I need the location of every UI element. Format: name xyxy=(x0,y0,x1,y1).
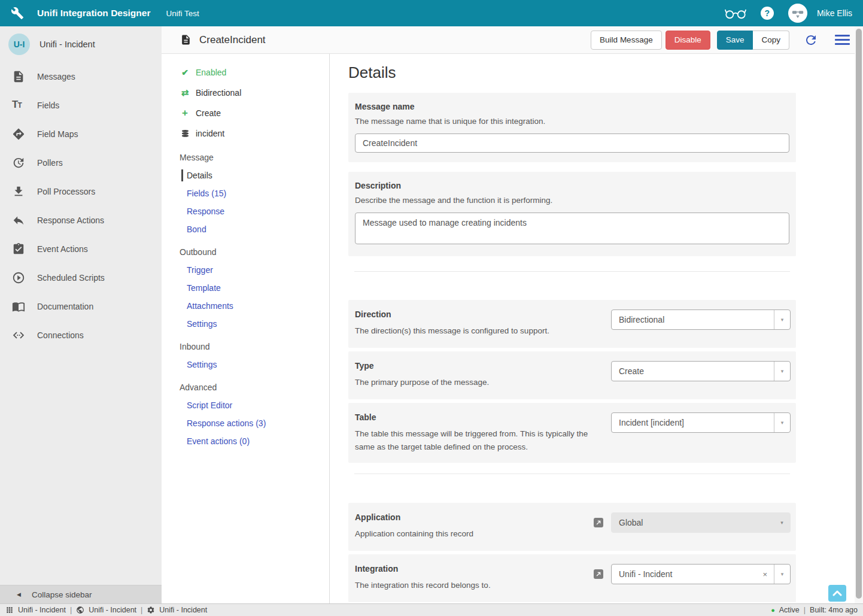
integration-label: Integration xyxy=(355,564,582,573)
integration-avatar: U-I xyxy=(8,34,30,55)
sidebar: U-I Unifi - Incident Messages Fields Fie… xyxy=(0,26,162,603)
context-link[interactable]: Unifi - Incident xyxy=(18,606,66,614)
message-name-section: Message name The message name that is un… xyxy=(348,93,796,162)
nav-link-outbound-settings[interactable]: Settings xyxy=(162,315,329,333)
application-section: Application Application containing this … xyxy=(348,503,796,551)
copy-button[interactable]: Copy xyxy=(753,31,789,50)
integration-select[interactable]: Unifi - Incident × ▾ xyxy=(611,564,791,584)
direction-select[interactable]: Bidirectional ▾ xyxy=(611,309,791,330)
sidebar-item-response-actions[interactable]: Response Actions xyxy=(0,206,162,235)
scrollbar-track xyxy=(855,26,863,603)
message-name-label: Message name xyxy=(355,102,789,111)
sidebar-item-fields[interactable]: Fields xyxy=(0,91,162,120)
help-icon[interactable]: ? xyxy=(761,7,774,20)
direction-desc: The direction(s) this message is configu… xyxy=(355,324,599,338)
record-title: CreateIncident xyxy=(199,34,266,46)
nav-link-bond[interactable]: Bond xyxy=(162,220,329,238)
sidebar-item-event-actions[interactable]: Event Actions xyxy=(0,235,162,263)
type-status: + Create xyxy=(162,103,329,123)
chevron-down-icon[interactable]: ▾ xyxy=(774,565,790,584)
update-clock-icon xyxy=(12,156,25,169)
message-name-desc: The message name that is unique for this… xyxy=(355,117,789,126)
description-section: Description Describe the message and the… xyxy=(348,172,796,256)
nav-link-fields[interactable]: Fields (15) xyxy=(162,184,329,202)
open-record-icon[interactable] xyxy=(594,518,603,527)
directions-icon xyxy=(12,128,25,141)
table-desc: The table this message will be triggered… xyxy=(355,427,599,453)
spectacles-icon[interactable] xyxy=(725,7,746,19)
chevron-down-icon[interactable]: ▾ xyxy=(774,413,790,432)
database-icon xyxy=(180,129,190,138)
scroll-to-top-button[interactable] xyxy=(828,585,846,602)
nav-link-script-editor[interactable]: Script Editor xyxy=(162,396,329,414)
reply-arrow-icon xyxy=(12,214,25,227)
active-label: Active xyxy=(779,606,800,614)
open-record-icon[interactable] xyxy=(594,569,603,579)
sidebar-item-label: Poll Processors xyxy=(37,187,95,196)
avatar[interactable] xyxy=(788,4,807,23)
clear-icon[interactable]: × xyxy=(756,570,774,579)
chevron-down-icon[interactable]: ▾ xyxy=(774,310,790,329)
description-label: Description xyxy=(355,181,789,190)
enabled-label: Enabled xyxy=(196,68,226,77)
clipboard-check-icon xyxy=(12,242,25,256)
check-icon: ✔ xyxy=(180,68,190,77)
context-link[interactable]: Unifi - Incident xyxy=(159,606,207,614)
save-copy-group: Save Copy xyxy=(717,31,789,50)
nav-section-inbound: Inbound xyxy=(162,338,329,356)
sidebar-item-scheduled-scripts[interactable]: Scheduled Scripts xyxy=(0,263,162,292)
build-message-button[interactable]: Build Message xyxy=(591,31,662,50)
integration-desc: The integration this record belongs to. xyxy=(355,579,582,592)
sidebar-item-poll-processors[interactable]: Poll Processors xyxy=(0,177,162,206)
sidebar-item-field-maps[interactable]: Field Maps xyxy=(0,120,162,148)
user-name[interactable]: Mike Ellis xyxy=(817,8,852,18)
table-select[interactable]: Incident [incident] ▾ xyxy=(611,412,791,433)
status-bar: Unifi - Incident | Unifi - Incident | Un… xyxy=(0,603,863,616)
table-label: incident xyxy=(196,129,224,138)
hamburger-menu-icon[interactable] xyxy=(835,35,850,45)
nav-link-template[interactable]: Template xyxy=(162,279,329,297)
nav-link-response-actions[interactable]: Response actions (3) xyxy=(162,414,329,432)
disable-button[interactable]: Disable xyxy=(666,31,710,50)
enabled-status[interactable]: ✔ Enabled xyxy=(162,62,329,83)
sidebar-item-label: Scheduled Scripts xyxy=(37,273,105,283)
active-dot-icon: ● xyxy=(771,607,775,614)
help-glyph: ? xyxy=(765,8,770,18)
globe-icon xyxy=(76,606,84,614)
application-label: Application xyxy=(355,512,582,522)
sidebar-item-pollers[interactable]: Pollers xyxy=(0,148,162,177)
open-book-icon xyxy=(12,300,25,313)
nav-link-trigger[interactable]: Trigger xyxy=(162,261,329,279)
code-brackets-icon xyxy=(12,329,25,342)
sidebar-item-label: Field Maps xyxy=(37,129,78,139)
download-icon xyxy=(12,185,25,198)
text-fields-icon xyxy=(12,99,25,112)
description-textarea[interactable]: Message used to manage creating incident… xyxy=(355,213,789,244)
sidebar-item-messages[interactable]: Messages xyxy=(0,62,162,91)
table-label: Table xyxy=(355,412,599,422)
sidebar-item-label: Event Actions xyxy=(37,244,88,254)
type-select[interactable]: Create ▾ xyxy=(611,361,791,381)
chevron-down-icon[interactable]: ▾ xyxy=(774,362,790,381)
nav-link-inbound-settings[interactable]: Settings xyxy=(162,356,329,374)
apps-grid-icon xyxy=(5,606,14,614)
refresh-icon[interactable] xyxy=(804,33,818,47)
nav-link-attachments[interactable]: Attachments xyxy=(162,297,329,315)
integration-header[interactable]: U-I Unifi - Incident xyxy=(0,26,162,62)
type-desc: The primary purpose of the message. xyxy=(355,376,599,389)
save-button[interactable]: Save xyxy=(717,31,753,50)
collapse-sidebar-button[interactable]: ◀ Collapse sidebar xyxy=(0,585,162,603)
nav-link-response[interactable]: Response xyxy=(162,202,329,220)
sidebar-item-label: Documentation xyxy=(37,302,93,311)
application-select[interactable]: Global ▾ xyxy=(611,512,791,533)
context-link[interactable]: Unifi - Incident xyxy=(89,606,136,614)
sidebar-item-documentation[interactable]: Documentation xyxy=(0,292,162,321)
sidebar-item-label: Connections xyxy=(37,330,84,340)
integration-value: Unifi - Incident xyxy=(612,569,756,579)
sidebar-item-connections[interactable]: Connections xyxy=(0,321,162,350)
nav-section-message: Message xyxy=(162,148,329,166)
nav-link-details[interactable]: Details xyxy=(162,166,329,184)
nav-link-event-actions[interactable]: Event actions (0) xyxy=(162,432,329,450)
scrollbar-thumb[interactable] xyxy=(856,29,862,599)
message-name-input[interactable] xyxy=(355,133,789,153)
